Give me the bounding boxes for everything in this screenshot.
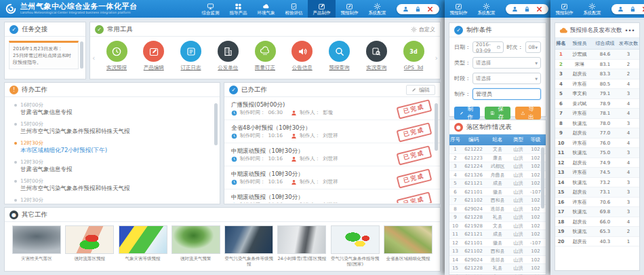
nav-verification[interactable]: 检验评估 — [280, 0, 308, 18]
table-row[interactable]: 13 许东蓓 74.5 4 — [555, 168, 639, 178]
todo-item[interactable]: 12时30分 甘肃省气象信息专报 — [14, 159, 210, 173]
other-work-item[interactable]: 空气污染气象条件等级预报 — [224, 225, 274, 267]
other-work-item[interactable]: 灾害性天气落区 — [12, 225, 62, 267]
tool-rain-correction[interactable]: 雨量订正 — [249, 41, 281, 71]
table-row[interactable]: 14 狄潇泓 73.2 3 — [555, 178, 639, 188]
nav-system-config[interactable]: 系统配置 — [472, 0, 500, 18]
todo-item[interactable]: 12时30分 本市区域精细化72小时预报(下午) — [14, 140, 210, 154]
todo-title[interactable]: 兰州市空气污染气象条件预报和特殊天气报 — [20, 127, 210, 135]
table-row[interactable]: 12 赵庆云 74.9 4 — [555, 158, 639, 168]
save-button[interactable]: 保存 — [485, 107, 510, 120]
nav-guidance-products[interactable]: 指导产品 — [224, 0, 252, 18]
table-row[interactable]: 18 赵庆云 66.0 4 — [555, 217, 639, 227]
edit-button[interactable]: 编辑 — [406, 85, 435, 95]
todo-item[interactable]: 15时00分 兰州市空气污染气象条件预报和特殊天气报 — [14, 178, 210, 192]
todo-title[interactable]: 兰州市空气污染气象条件预报和特殊天气报 — [20, 184, 210, 192]
thumbnail-image[interactable] — [384, 225, 432, 254]
table-row[interactable]: 10 621928 文县 山洪 102 — [449, 222, 546, 231]
table-row[interactable]: 3 赵庆云 83.3 2 — [555, 69, 639, 79]
done-item[interactable]: 广播预报(05时00分) 制作时间：06:30 制作人：影璇 已完成 — [224, 97, 440, 120]
scrollbar[interactable] — [214, 103, 218, 145]
table-row[interactable]: 4 621326 舟曲县 山洪 102 — [449, 171, 546, 180]
table-row[interactable]: 5 李文莉 79.1 3 — [555, 89, 639, 99]
user-icon[interactable] — [512, 6, 518, 12]
done-item[interactable]: 中期滚动预报（10时30分） 制作时间：10:16 制作人：刘世祥 已完成 — [224, 143, 440, 166]
period-select[interactable]: 请选择 ▼ — [472, 73, 541, 84]
table-row[interactable]: 4 许东蓓 80.5 4 — [555, 79, 639, 90]
nav-forecast-making[interactable]: 预报制作 — [336, 0, 363, 18]
table-row[interactable]: 15 赵庆云 73.1 3 — [555, 187, 639, 198]
other-work-item[interactable]: 空气污染气象条件指导预报(国家) — [330, 225, 380, 267]
tool-notice-info[interactable]: 公告信息 — [287, 41, 318, 71]
tool-dispatch-units[interactable]: 公发单位 — [212, 41, 243, 71]
table-row[interactable]: 19 狄潇泓 65.3 2 — [555, 227, 639, 237]
more-menu-icon[interactable]: ••• — [625, 27, 635, 34]
todo-item[interactable]: 12时30分 本市区域精细化72小时预报(下午) — [14, 197, 210, 203]
table-row[interactable]: 2 宋琳 83.1 2 — [555, 60, 639, 70]
table-row[interactable]: 12 621101 徽县 山洪 -107 — [449, 239, 546, 248]
done-item[interactable]: 中期滚动预报（10时30分） 制作时间：10:16 制作人：刘世祥 已完成 — [224, 166, 440, 189]
lock-icon[interactable] — [524, 6, 530, 12]
table-row[interactable]: 7 621102 西和县 山洪 102 — [449, 196, 546, 205]
thumbnail-image[interactable] — [65, 225, 114, 254]
table-row[interactable]: 11 狄潇泓 75.0 3 — [555, 148, 639, 158]
user-icon[interactable] — [618, 6, 624, 12]
handover-note[interactable]: 2016年1月23日发布： 25日降雪过程站点降温和时段预报指导。 — [9, 41, 79, 69]
scrollbar[interactable] — [80, 41, 83, 69]
nav-product-making[interactable]: 产品制作 — [308, 0, 336, 18]
scrollbar[interactable] — [435, 103, 438, 151]
todo-title[interactable]: 甘肃省气象信息专报 — [20, 108, 210, 116]
lock-icon[interactable] — [415, 6, 421, 12]
table-row[interactable]: 9 621228 礼县 山洪 102 — [449, 213, 546, 222]
table-row[interactable]: 8 狄潇泓 78.0 3 — [555, 119, 639, 129]
thumbnail-image[interactable] — [12, 225, 61, 254]
thumbnail-image[interactable] — [172, 225, 220, 254]
lock-icon[interactable] — [630, 6, 636, 12]
thumbnail-image[interactable] — [331, 225, 380, 254]
other-work-item[interactable]: 全省县区域精细化预报 — [383, 225, 433, 267]
nav-forecast-making[interactable]: 预报制作 — [445, 0, 472, 18]
carousel-prev-icon[interactable]: ‹ — [92, 54, 95, 62]
make-button[interactable]: 制作 — [454, 107, 480, 120]
todo-title[interactable]: 甘肃省气象信息专报 — [20, 165, 210, 173]
other-work-item[interactable]: 24小时降雪(雪)落区预报 — [277, 225, 327, 267]
nav-env-weather[interactable]: 环境气象 — [252, 0, 280, 18]
tool-live-forecast[interactable]: 实况预报 — [101, 41, 132, 71]
todo-title[interactable]: 本市区域精细化72小时预报(下午) — [20, 146, 210, 154]
other-work-item[interactable]: 强对流天气预警 — [171, 225, 221, 267]
done-item[interactable]: 全省48小时预报（10时30分） 制作时间：10:16 制作人：刘世祥 已完成 — [224, 120, 440, 143]
maker-input[interactable] — [472, 88, 541, 100]
user-icon[interactable] — [403, 6, 409, 12]
carousel-next-icon[interactable]: › — [435, 54, 438, 62]
export-button[interactable]: 导出 — [515, 107, 541, 120]
tool-live-query[interactable]: 实况查询 — [361, 41, 392, 71]
table-row[interactable]: 11 621121 成县 山洪 102 — [449, 230, 546, 239]
table-row[interactable]: 10 许东蓓 76.0 4 — [555, 139, 639, 149]
nav-forecast-making[interactable]: 预报制作 — [550, 0, 578, 18]
table-row[interactable]: 7 许东蓓 78.1 4 — [555, 109, 639, 119]
tool-gps-3d[interactable]: 3d GPS_3d — [398, 41, 429, 71]
scrollbar[interactable] — [541, 147, 544, 208]
tool-product-edit[interactable]: 产品编辑 — [138, 41, 169, 71]
thumbnail-image[interactable] — [224, 225, 273, 254]
nav-monitoring[interactable]: 综合监测 — [197, 0, 224, 18]
todo-item[interactable]: 16时00分 甘肃省气象信息专报 — [14, 102, 210, 116]
thumbnail-image[interactable] — [119, 225, 167, 254]
table-row[interactable]: 1 沙宏娥 84.6 3 — [555, 50, 639, 60]
hour-select[interactable]: 08 ▼ — [525, 41, 541, 53]
other-work-item[interactable]: 气象灾害等级预报 — [118, 225, 168, 267]
table-row[interactable]: 3 621224 武都区 山洪 102 — [449, 162, 546, 171]
tool-correction-log[interactable]: 订正日志 — [176, 41, 207, 71]
nav-system-config[interactable]: 系统配置 — [578, 0, 606, 18]
other-work-item[interactable]: 强对流落区预报 — [64, 225, 115, 267]
table-row[interactable]: 8 629024 迭部县 山洪 102 — [449, 205, 546, 214]
table-row[interactable]: 15 621228 礼县 山洪 102 — [449, 264, 546, 273]
table-row[interactable]: 2 621223 康县 山洪 102 — [449, 154, 546, 163]
customize-button[interactable]: 自定义 — [411, 26, 435, 33]
tool-forecast-query[interactable]: 预报查询 — [324, 41, 355, 71]
table-row[interactable]: 9 赵庆云 77.0 4 — [555, 128, 639, 139]
close-icon[interactable] — [536, 6, 542, 12]
done-item[interactable]: 中期滚动预报（10时30分） 制作时间：10:16 制作人：刘世祥 已完成 — [224, 189, 440, 203]
table-row[interactable]: 6 黄武斌 78.9 4 — [555, 99, 639, 109]
todo-item[interactable]: 15时00分 兰州市空气污染气象条件预报和特殊天气报 — [14, 121, 210, 135]
